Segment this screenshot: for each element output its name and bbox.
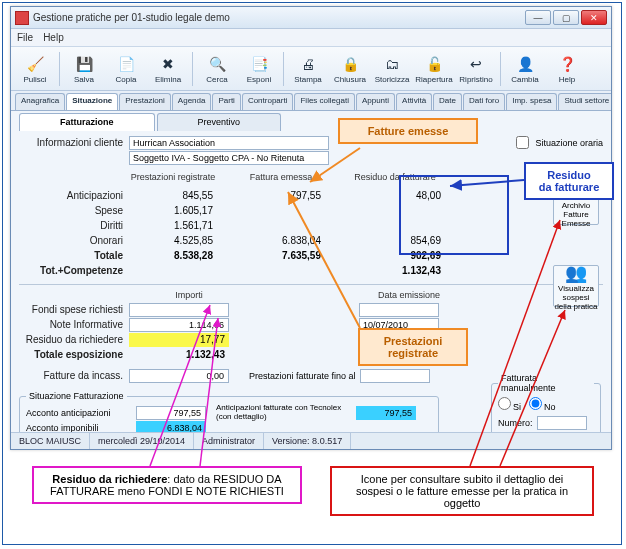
situazione-oraria-check[interactable]: Situazione oraria (512, 133, 603, 152)
ant-tecnolex-val: 797,55 (356, 406, 416, 420)
cerca-icon: 🔍 (207, 54, 227, 74)
annot-icone: Icone per consultare subito il dettaglio… (330, 466, 594, 516)
elimina-icon: ✖ (158, 54, 178, 74)
esponi-icon: 📑 (249, 54, 269, 74)
lbl-residuo-rich: Residuo da richiedere (19, 334, 129, 345)
tool-storicizza[interactable]: 🗂Storicizza (372, 49, 412, 89)
tool-cambia[interactable]: 👤Cambia (505, 49, 545, 89)
tab-dati-foro[interactable]: Dati foro (463, 93, 505, 110)
client-info-label: Informazioni cliente (19, 137, 129, 148)
lbl-ant-tecnolex: Anticipazioni fatturate con Tecnolex (co… (216, 404, 356, 422)
prest-fino-date[interactable] (360, 369, 430, 383)
residuo-rich-val: 17,77 (129, 333, 229, 347)
window-title: Gestione pratiche per 01-studio legale d… (33, 12, 525, 23)
annot-prestazioni: Prestazioni registrate (358, 328, 468, 366)
row-diritti: Diritti1.561,71 (19, 218, 603, 233)
riapertura-icon: 🔓 (424, 54, 444, 74)
tool-stampa[interactable]: 🖨Stampa (288, 49, 328, 89)
tab-imp-spesa[interactable]: Imp. spesa (506, 93, 557, 110)
row-anticipazioni: Anticipazioni845,55797,5548,00 (19, 188, 603, 203)
row-onorari: Onorari4.525,856.838,04854,69 (19, 233, 603, 248)
tab-fatturazione[interactable]: Fatturazione (19, 113, 155, 131)
salva-icon: 💾 (74, 54, 94, 74)
titlebar: Gestione pratiche per 01-studio legale d… (11, 7, 611, 29)
tool-copia[interactable]: 📄Copia (106, 49, 146, 89)
stampa-icon: 🖨 (298, 54, 318, 74)
sub-tabs: Fatturazione Preventivo (11, 111, 611, 131)
tool-elimina[interactable]: ✖Elimina (148, 49, 188, 89)
lbl-fatt-incass: Fatture da incass. (19, 370, 129, 381)
lbl-acconto-imp: Acconto imponibili (26, 423, 136, 433)
tab-studi-settore[interactable]: Studi settore (558, 93, 611, 110)
status-maiusc: BLOC MAIUSC (11, 433, 90, 449)
tool-esponi[interactable]: 📑Esponi (239, 49, 279, 89)
chiusura-icon: 🔒 (340, 54, 360, 74)
tab-attivit-[interactable]: Attività (396, 93, 432, 110)
tool-riapertura[interactable]: 🔓Riapertura (414, 49, 454, 89)
fondi-data[interactable] (359, 303, 439, 317)
app-window: Gestione pratiche per 01-studio legale d… (10, 6, 612, 450)
fatturata-manualmente-group: Fatturata manualmente Si No Numero: (491, 373, 601, 437)
tool-salva[interactable]: 💾Salva (64, 49, 104, 89)
radio-no[interactable]: No (529, 397, 556, 412)
tab-preventivo[interactable]: Preventivo (157, 113, 282, 131)
hdr-importi: Importi (129, 290, 249, 300)
client-name-field[interactable]: Hurrican Association (129, 136, 329, 150)
help-icon: ❓ (557, 54, 577, 74)
copia-icon: 📄 (116, 54, 136, 74)
toolbar: 🧹Pulisci💾Salva📄Copia✖Elimina🔍Cerca📑Espon… (11, 47, 611, 91)
visualizza-sospesi-button[interactable]: 👥 Visualizza sospesi della pratica (553, 265, 599, 307)
acconto-ant-val[interactable]: 797,55 (136, 406, 206, 420)
pulisci-icon: 🧹 (25, 54, 45, 74)
numero-field[interactable] (537, 416, 587, 430)
view-suspended-icon: 👥 (565, 262, 587, 284)
lbl-prest-fino: Prestazioni fatturate fino al (249, 371, 356, 381)
row-spese: Spese1.605,17 (19, 203, 603, 218)
app-icon (15, 11, 29, 25)
row-totale: Totale8.538,287.635,59902,69 (19, 248, 603, 263)
tab-date[interactable]: Date (433, 93, 462, 110)
tab-agenda[interactable]: Agenda (172, 93, 212, 110)
col-fatture: Fattura emessa (237, 172, 325, 182)
tool-chiusura[interactable]: 🔒Chiusura (330, 49, 370, 89)
lbl-tot-esp: Totale esposizione (19, 349, 129, 360)
col-prestazioni: Prestazioni registrate (129, 172, 217, 182)
main-tabs: AnagraficaSituazionePrestazioniAgendaPar… (11, 91, 611, 111)
tab-situazione[interactable]: Situazione (66, 93, 118, 110)
tab-appunti[interactable]: Appunti (356, 93, 395, 110)
menu-file[interactable]: File (17, 32, 33, 43)
tool-help[interactable]: ❓Help (547, 49, 587, 89)
status-date: mercoledì 29/10/2014 (90, 433, 194, 449)
lbl-fondi: Fondi spese richiesti (19, 304, 129, 315)
client-profile-field[interactable]: Soggetto IVA - Soggetto CPA - No Ritenut… (129, 151, 329, 165)
menu-help[interactable]: Help (43, 32, 64, 43)
lbl-acconto-ant: Acconto anticipazioni (26, 408, 136, 418)
situazione-oraria-checkbox[interactable] (516, 136, 529, 149)
annot-residuo: Residuo da fatturare (524, 162, 614, 200)
statusbar: BLOC MAIUSC mercoledì 29/10/2014 Adminis… (11, 432, 611, 449)
col-residuo: Residuo da fatturare (345, 172, 445, 182)
minimize-button[interactable]: — (525, 10, 551, 25)
fondi-importo[interactable] (129, 303, 229, 317)
tool-cerca[interactable]: 🔍Cerca (197, 49, 237, 89)
close-button[interactable]: ✕ (581, 10, 607, 25)
content-pane: Informazioni cliente Hurrican Associatio… (11, 131, 611, 449)
annot-fatture-emesse: Fatture emesse (338, 118, 478, 144)
fatt-incass-val[interactable]: 0,00 (129, 369, 229, 383)
tool-ripristino[interactable]: ↩Ripristino (456, 49, 496, 89)
annot-residuo-rich: Residuo da richiedere: dato da RESIDUO D… (32, 466, 302, 504)
tool-pulisci[interactable]: 🧹Pulisci (15, 49, 55, 89)
maximize-button[interactable]: ▢ (553, 10, 579, 25)
tab-parti[interactable]: Parti (212, 93, 240, 110)
tot-esp-val: 1.132,43 (129, 348, 229, 362)
lbl-numero: Numero: (498, 418, 533, 428)
notinf-importo[interactable]: 1.114,66 (129, 318, 229, 332)
cambia-icon: 👤 (515, 54, 535, 74)
radio-si[interactable]: Si (498, 397, 521, 412)
tab-controparti[interactable]: Controparti (242, 93, 294, 110)
row-totcomp: Tot.+Competenze1.132,43 (19, 263, 603, 278)
tab-files-collegati[interactable]: Files collegati (294, 93, 354, 110)
tab-prestazioni[interactable]: Prestazioni (119, 93, 171, 110)
tab-anagrafica[interactable]: Anagrafica (15, 93, 65, 110)
ripristino-icon: ↩ (466, 54, 486, 74)
